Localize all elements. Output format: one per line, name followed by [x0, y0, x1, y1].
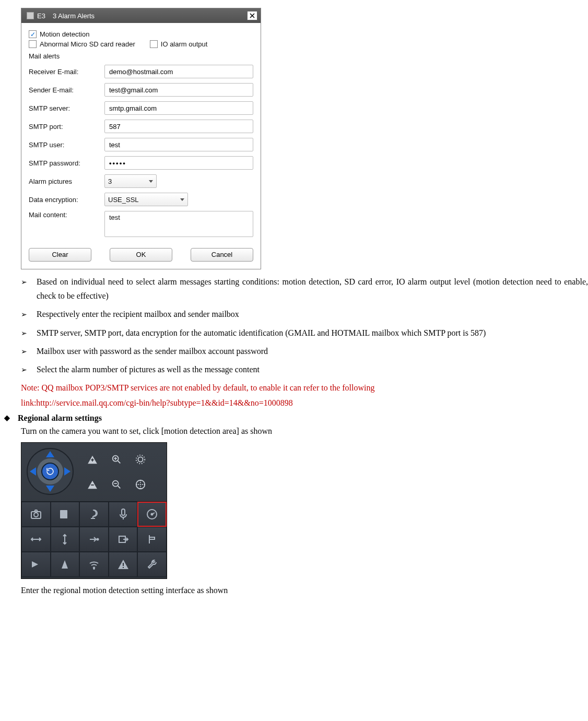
pan-down-icon[interactable]	[46, 486, 54, 492]
bullet-arrow-icon: ➢	[21, 307, 37, 321]
iris-close-icon[interactable]	[130, 474, 151, 495]
alarm-pictures-value: 3	[108, 178, 112, 185]
encryption-select[interactable]: USE_SSL	[104, 193, 188, 206]
mail-alerts-heading: Mail alerts	[29, 52, 253, 60]
smtp-user-label: SMTP user:	[29, 141, 104, 149]
ptz-dpad[interactable]	[27, 448, 74, 495]
svg-rect-8	[122, 509, 125, 515]
chevron-down-icon	[180, 198, 184, 201]
flip-vertical-icon[interactable]	[51, 527, 80, 552]
sd-card-checkbox[interactable]	[29, 40, 37, 48]
smtp-port-label: SMTP port:	[29, 123, 104, 131]
list-item: ➢Select the alarm number of pictures as …	[21, 362, 588, 376]
snapshot-icon[interactable]	[21, 502, 51, 527]
set-preset-icon[interactable]	[109, 527, 138, 552]
zoom-in-icon[interactable]	[106, 448, 127, 470]
settings-icon[interactable]	[137, 552, 167, 577]
encryption-value: USE_SSL	[108, 196, 139, 204]
smtp-user-input[interactable]	[104, 138, 253, 151]
diamond-bullet-icon: ◆	[4, 413, 18, 422]
receiver-input[interactable]	[104, 65, 253, 78]
svg-point-2	[136, 455, 145, 464]
alarm-pictures-label: Alarm pictures	[29, 178, 104, 185]
record-icon[interactable]	[51, 502, 80, 527]
ptz-home-icon[interactable]	[41, 463, 59, 480]
flip-horizontal-icon[interactable]	[21, 527, 51, 552]
dialog-title: E3 3 Alarm Alerts	[37, 12, 247, 20]
motion-detection-checkbox[interactable]	[29, 30, 37, 38]
default-icon[interactable]	[21, 552, 51, 577]
priority-icon[interactable]	[51, 552, 80, 577]
alarm-icon[interactable]	[109, 552, 138, 577]
chevron-down-icon	[149, 180, 153, 183]
dialog-app-icon	[27, 12, 34, 19]
section-intro: Turn on the camera you want to set, clic…	[21, 424, 588, 438]
svg-point-11	[97, 538, 98, 540]
pan-left-icon[interactable]	[30, 467, 36, 476]
svg-rect-15	[123, 567, 124, 568]
smtp-server-label: SMTP server:	[29, 104, 104, 112]
note-line-1: Note: QQ mailbox POP3/SMTP services are …	[21, 381, 588, 395]
zoom-in-triangle-icon[interactable]	[82, 448, 103, 470]
list-item: ➢SMTP server, SMTP port, data encryption…	[21, 326, 588, 340]
mail-content-textarea[interactable]: test	[104, 211, 253, 237]
io-alarm-label: IO alarm output	[161, 40, 208, 48]
io-alarm-checkbox[interactable]	[150, 40, 158, 48]
smtp-password-label: SMTP password:	[29, 159, 104, 167]
microphone-icon[interactable]	[109, 502, 138, 527]
zoom-out-triangle-icon[interactable]	[82, 474, 103, 495]
svg-rect-14	[123, 563, 124, 566]
sender-label: Sender E-mail:	[29, 86, 104, 94]
section-heading: Regional alarm settings	[18, 413, 102, 423]
zoom-out-icon[interactable]	[106, 474, 127, 495]
smtp-port-input[interactable]	[104, 120, 253, 133]
section-heading-row: ◆ Regional alarm settings	[4, 413, 588, 423]
clear-button[interactable]: Clear	[29, 248, 91, 262]
bullet-arrow-icon: ➢	[21, 362, 37, 376]
receiver-label: Receiver E-mail:	[29, 68, 104, 76]
close-icon[interactable]	[247, 11, 257, 20]
cancel-button[interactable]: Cancel	[191, 248, 253, 262]
mail-content-label: Mail content:	[29, 211, 104, 219]
bullet-arrow-icon: ➢	[21, 344, 37, 358]
svg-point-13	[93, 568, 95, 569]
list-item: ➢Mailbox user with password as the sende…	[21, 344, 588, 358]
camera-control-panel	[21, 442, 167, 579]
alarm-alerts-dialog: E3 3 Alarm Alerts Motion detection Abnor…	[21, 8, 261, 269]
svg-point-1	[138, 457, 143, 462]
mail-form: Receiver E-mail: Sender E-mail: SMTP ser…	[29, 65, 253, 237]
sender-input[interactable]	[104, 83, 253, 97]
dialog-button-bar: Clear OK Cancel	[21, 248, 261, 269]
iris-open-icon[interactable]	[130, 448, 151, 470]
svg-point-6	[34, 513, 38, 517]
bullet-arrow-icon: ➢	[21, 326, 37, 340]
note-line-2: link:http://service.mail.qq.com/cgi-bin/…	[21, 396, 588, 410]
alarm-pictures-select[interactable]: 3	[104, 174, 157, 188]
smtp-password-input[interactable]	[104, 156, 253, 170]
dialog-titlebar[interactable]: E3 3 Alarm Alerts	[21, 8, 261, 23]
svg-point-10	[151, 513, 153, 515]
audio-icon[interactable]	[79, 502, 109, 527]
ok-button[interactable]: OK	[110, 248, 172, 262]
instruction-list: ➢Based on individual need to select alar…	[21, 275, 588, 376]
list-item: ➢Based on individual need to select alar…	[21, 275, 588, 303]
wifi-icon[interactable]	[79, 552, 109, 577]
smtp-server-input[interactable]	[104, 101, 253, 115]
goto-preset-icon[interactable]	[79, 527, 109, 552]
bullet-arrow-icon: ➢	[21, 275, 37, 303]
motion-detection-area-icon[interactable]	[137, 502, 167, 527]
dialog-body: Motion detection Abnormal Micro SD card …	[21, 23, 261, 248]
motion-detection-label: Motion detection	[40, 30, 89, 38]
section-outro: Enter the regional motion detection sett…	[21, 583, 588, 597]
pan-up-icon[interactable]	[46, 451, 54, 457]
encryption-label: Data encryption:	[29, 196, 104, 204]
frequency-icon[interactable]	[137, 527, 167, 552]
sd-card-label: Abnormal Micro SD card reader	[40, 40, 135, 48]
pan-right-icon[interactable]	[64, 467, 70, 476]
list-item: ➢Respectively enter the recipient mailbo…	[21, 307, 588, 321]
